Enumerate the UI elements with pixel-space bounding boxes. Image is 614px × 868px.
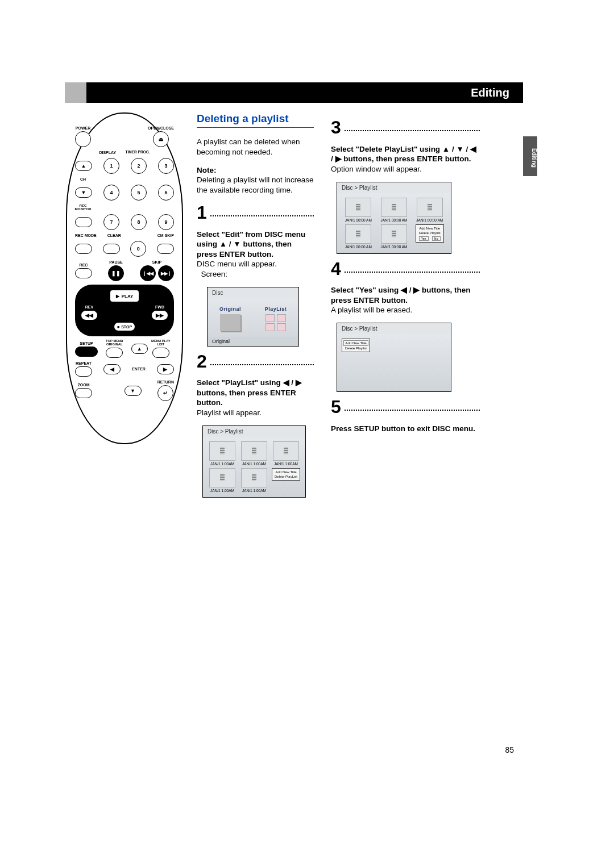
no-option: No [432,236,441,241]
ch-up-button: ▲ [75,161,92,171]
playlist-tile-label: PlayList [259,306,293,312]
playlist1-breadcrumb: Disc > Playlist [203,426,305,437]
play-button: ▶PLAY [110,290,139,302]
thumb-cell: JAN/1 00:00 AM [342,224,375,249]
step-4-header: 4 [331,260,480,278]
step-1-text: Select "Edit" from DISC menu using ▲ / ▼… [197,229,314,279]
step-3-bold: Select "Delete PlayList" using ▲ / ▼ / ◀… [331,145,476,164]
thumb-cell: JAN/1 00:00 AM [342,198,375,222]
digit-3-button: 3 [158,158,174,174]
openclose-label: OPEN/CLOSE [148,126,174,130]
clear-button [103,244,120,254]
zoom-button [75,388,92,398]
step-5-dots [345,410,480,411]
power-button [75,131,91,147]
pause-button: ❚❚ [108,265,124,281]
note-block: Note: Deleting a playlist will not incre… [197,165,314,195]
playlist-screenshot-1: Disc > Playlist JAN/1 1:00AM JAN/1 1:00A… [202,425,306,498]
step-4-bold: Select "Yes" using ◀ / ▶ buttons, then p… [331,286,471,304]
nav-left-button: ◀ [103,364,121,374]
rev-button: ◀◀ [81,310,98,320]
digit-2-button: 2 [131,158,147,174]
top-menu-label: TOP MENU ORIGINAL [98,340,131,347]
pause-label: PAUSE [109,260,123,264]
digit-9-button: 9 [158,214,174,230]
step-2-dots [210,364,314,365]
step-3-number: 3 [331,118,341,136]
thumb-cell: JAN/1 1:00AM [208,468,237,493]
repeat-label: REPEAT [76,361,92,365]
step-5-header: 5 [331,398,480,416]
side-tab-editing: Editing [523,136,537,176]
ch-down-button: ▼ [75,187,92,198]
rev-label: REV [85,305,93,309]
step-1-bold: Select "Edit" from DISC menu using ▲ / ▼… [197,230,305,258]
playlist2-breadcrumb: Disc > Playlist [337,182,451,193]
step-1-dots [210,215,314,216]
thumb-cell: JAN/1 1:00AM [239,468,269,493]
repeat-button [75,366,92,377]
remote-control-diagram: POWER OPEN/CLOSE⏏ DISPLAY TIMER PROG. ▲ … [66,112,183,444]
option-cell: Add New Title Delete PlayList [271,468,301,493]
rec-label: REC [80,263,88,267]
stop-button: ■STOP [114,323,135,331]
column-2: 3 Select "Delete PlayList" using ▲ / ▼ /… [331,112,480,441]
openclose-button: ⏏ [153,131,169,147]
fwd-label: FWD [155,305,164,309]
digit-8-button: 8 [131,214,147,230]
option-cell-confirm: Add New Title Delete Playlist YesNo [413,224,446,249]
cm-skip-label: CM SKIP [157,233,174,237]
step-3-body: Option window will appear. [331,165,422,173]
rec-mode-label: REC MODE [75,233,97,237]
digit-6-button: 6 [158,185,174,201]
thumb-cell: JAN/1 1:00AM [271,441,301,466]
power-label: POWER [76,126,90,130]
digit-4-button: 4 [103,185,119,201]
setup-label: SETUP [80,341,93,345]
setup-button [75,347,98,357]
fwd-button: ▶▶ [151,310,168,320]
step-2-text: Select "PlayList" using ◀ / ▶ buttons, t… [197,378,314,418]
page-number: 85 [505,745,514,754]
header-band: Editing [65,82,523,103]
digit-7-button: 7 [103,214,119,230]
skip-prev-button: ❘◀◀ [140,265,156,281]
playlist3-breadcrumb: Disc > Playlist [337,323,451,334]
return-button: ↵ [157,385,173,401]
disc-menu-screenshot: Disc Original PlayList Original [207,287,299,347]
digit-1-button: 1 [103,158,119,174]
step-1-indent: Screen: [201,270,228,278]
menu-playlist-label: MENU PLAY LIST [148,340,174,347]
display-label: DISPLAY [99,151,116,155]
rec-mode-button [75,244,92,254]
disc-footer: Original [208,337,298,346]
header-accent [65,82,86,103]
step-2-bold: Select "PlayList" using ◀ / ▶ buttons, t… [197,378,302,407]
skip-label: SKIP [152,260,161,264]
step-1-body: DISC menu will appear. [197,260,277,268]
step-2-body: Playlist will appear. [197,408,262,417]
thumb-cell: JAN/1 1:00AM [239,441,269,466]
yes-option: Yes [419,236,429,241]
header-title: Editing [471,86,509,99]
step-1-header: 1 [197,203,314,222]
note-text: Deleting a playlist will not increase th… [197,176,314,194]
step-2-number: 2 [197,352,207,370]
enter-label: ENTER [132,367,146,371]
nav-right-button: ▶ [157,364,174,374]
step-1-number: 1 [197,203,207,222]
step-4-body: A playlist will be erased. [331,306,412,314]
rec-button [75,268,92,278]
thumb-cell: JAN/1 00:00 AM [377,224,411,249]
thumb-cell: JAN/1 1:00AM [208,441,237,466]
original-tile-label: Original [213,306,247,312]
step-5-text: Press SETUP button to exit DISC menu. [331,424,480,434]
column-1: Deleting a playlist A playlist can be de… [197,112,314,503]
thumb-cell: JAN/1 00:00 AM [377,198,411,222]
cm-skip-button [157,244,174,254]
disc-breadcrumb: Disc [208,287,298,298]
playlist-screenshot-3: Disc > Playlist Add New Title Delete Pla… [337,323,451,392]
clear-label: CLEAR [107,233,121,237]
timer-prog-label: TIMER PROG. [126,151,150,155]
step-4-text: Select "Yes" using ◀ / ▶ buttons, then p… [331,285,480,315]
